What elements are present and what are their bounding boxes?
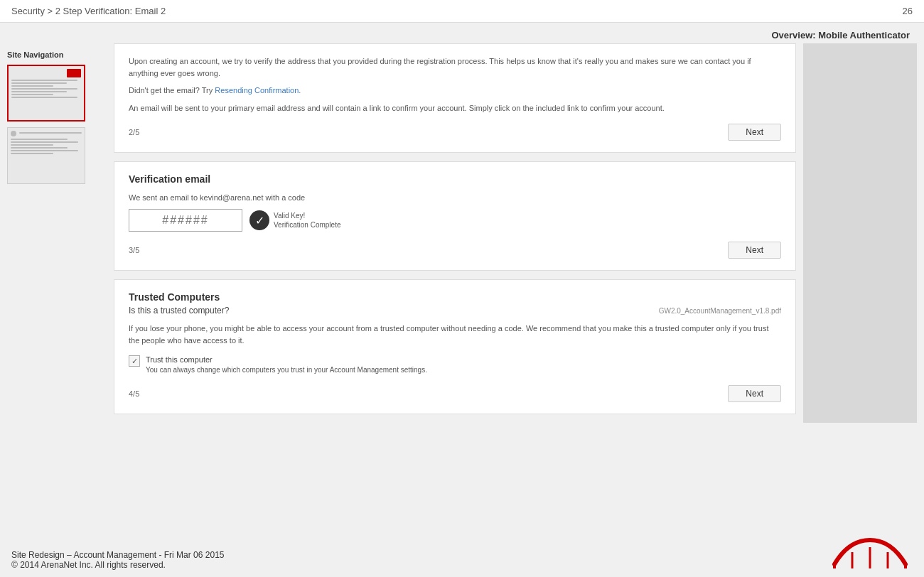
breadcrumb: Security > 2 Step Verification: Email 2 bbox=[11, 6, 166, 16]
overview-label: Overview: Mobile Authenticator bbox=[0, 23, 924, 43]
code-input[interactable] bbox=[129, 209, 242, 232]
footer-logo: ARENANET® bbox=[827, 534, 913, 570]
header: Security > 2 Step Verification: Email 2 … bbox=[0, 0, 924, 23]
card2-step: 3/5 bbox=[129, 246, 139, 254]
card3-next-button[interactable]: Next bbox=[728, 385, 781, 402]
card-verification-email: Verification email We sent an email to k… bbox=[114, 161, 796, 271]
checkmark-icon: ✓ bbox=[249, 210, 269, 230]
card2-next-button[interactable]: Next bbox=[728, 242, 781, 259]
main-layout: Site Navigation bbox=[0, 43, 924, 423]
card3-title: Trusted Computers bbox=[129, 291, 781, 303]
footer-line1: Site Redesign – Account Management - Fri… bbox=[11, 550, 225, 560]
verification-complete-text: Verification Complete bbox=[274, 220, 341, 230]
trusted-question: Is this a trusted computer? bbox=[129, 306, 229, 316]
trust-computer-checkbox[interactable]: ✓ bbox=[129, 355, 140, 367]
card-trusted-computers: Trusted Computers Is this a trusted comp… bbox=[114, 279, 796, 414]
code-row: ✓ Valid Key! Verification Complete bbox=[129, 209, 781, 232]
content-area: Upon creating an account, we try to veri… bbox=[107, 43, 803, 423]
card2-title: Verification email bbox=[129, 173, 781, 185]
card3-step: 4/5 bbox=[129, 389, 139, 398]
card3-footer: 4/5 Next bbox=[129, 385, 781, 402]
card1-text1: Upon creating an account, we try to veri… bbox=[129, 55, 781, 79]
footer-line2: © 2014 ArenaNet Inc. All rights reserved… bbox=[11, 560, 225, 570]
sidebar-thumb-active[interactable] bbox=[7, 65, 85, 122]
thumb-logo bbox=[67, 69, 81, 77]
sidebar-title: Site Navigation bbox=[7, 50, 100, 59]
footer-text: Site Redesign – Account Management - Fri… bbox=[11, 550, 225, 570]
valid-key-text: Valid Key! bbox=[274, 211, 341, 220]
card1-footer: 2/5 Next bbox=[129, 124, 781, 141]
right-panel bbox=[803, 43, 917, 423]
sidebar: Site Navigation bbox=[7, 43, 107, 423]
checkbox-main-label: Trust this computer bbox=[146, 355, 427, 365]
checkbox-sub-label: You can always change which computers yo… bbox=[146, 365, 427, 375]
checkbox-row: ✓ Trust this computer You can always cha… bbox=[129, 355, 781, 375]
resend-link[interactable]: Resending Confirmation. bbox=[215, 86, 301, 95]
page-number: 26 bbox=[903, 6, 913, 16]
card1-text2: Didn't get the email? Try Resending Conf… bbox=[129, 85, 781, 97]
valid-check: ✓ Valid Key! Verification Complete bbox=[249, 210, 341, 230]
arenanet-logo-icon: ARENANET® bbox=[827, 534, 913, 570]
footer: Site Redesign – Account Management - Fri… bbox=[0, 527, 924, 577]
card2-subtitle: We sent an email to kevind@arena.net wit… bbox=[129, 193, 781, 202]
sidebar-thumb-inactive[interactable] bbox=[7, 127, 85, 184]
card-confirmation-email: Upon creating an account, we try to veri… bbox=[114, 43, 796, 153]
card2-footer: 3/5 Next bbox=[129, 242, 781, 259]
card1-step: 2/5 bbox=[129, 128, 139, 136]
trusted-desc: If you lose your phone, you might be abl… bbox=[129, 323, 781, 346]
card1-next-button[interactable]: Next bbox=[728, 124, 781, 141]
trusted-question-row: Is this a trusted computer? GW2.0_Accoun… bbox=[129, 306, 781, 316]
card1-text3: An email will be sent to your primary em… bbox=[129, 102, 781, 114]
pdf-label: GW2.0_AccountManagement_v1.8.pdf bbox=[659, 307, 781, 315]
